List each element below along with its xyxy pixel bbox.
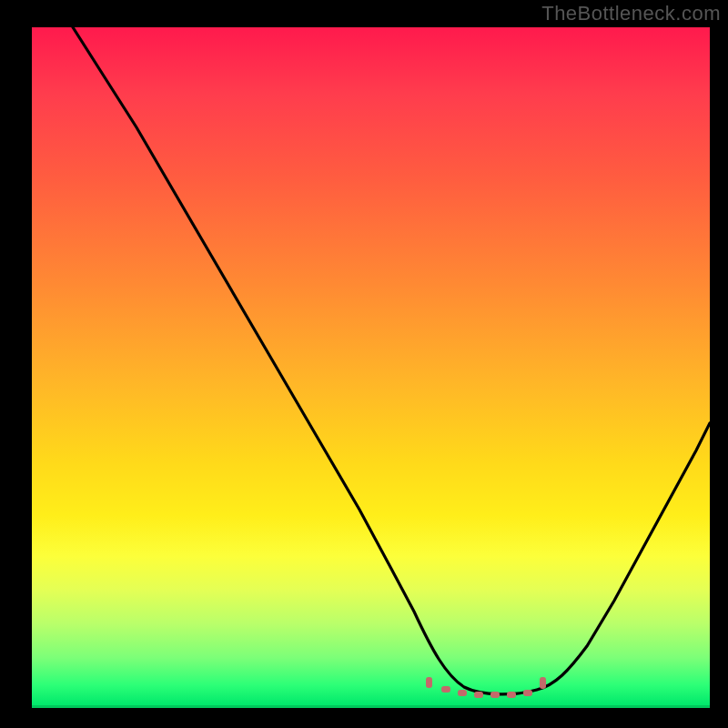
plot-area bbox=[32, 27, 710, 705]
svg-rect-2 bbox=[458, 690, 467, 696]
svg-rect-1 bbox=[441, 686, 450, 693]
svg-rect-4 bbox=[490, 692, 500, 698]
svg-rect-7 bbox=[540, 677, 546, 689]
svg-rect-3 bbox=[474, 692, 483, 698]
bottleneck-curve-svg bbox=[32, 27, 710, 705]
chart-frame: TheBottleneck.com bbox=[0, 0, 728, 728]
svg-rect-0 bbox=[426, 677, 432, 688]
plot-baseline bbox=[32, 705, 710, 708]
optimal-range-dots bbox=[426, 677, 546, 698]
bottleneck-curve-path bbox=[73, 27, 710, 694]
watermark-text: TheBottleneck.com bbox=[541, 2, 721, 25]
svg-rect-5 bbox=[507, 692, 516, 698]
svg-rect-6 bbox=[523, 690, 532, 696]
